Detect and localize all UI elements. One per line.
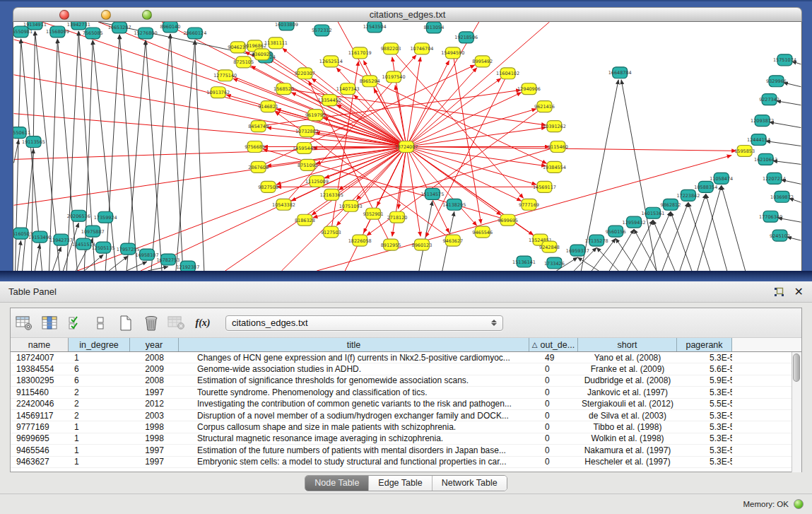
network-node[interactable]: 9127503: [321, 226, 341, 238]
network-node[interactable]: 13942737: [49, 234, 73, 245]
network-node[interactable]: 10391262: [543, 121, 566, 132]
network-node[interactable]: 19218506: [454, 32, 478, 43]
network-node[interactable]: 14595443: [293, 143, 316, 154]
cell-indegree[interactable]: 6: [69, 375, 130, 385]
network-node[interactable]: 10369872: [770, 191, 794, 202]
cell-pagerank[interactable]: 5.5E-5: [677, 399, 732, 409]
tab-node-table[interactable]: Node Table: [305, 476, 369, 491]
table-row[interactable]: 946362711997Embryonic stem cells: a mode…: [11, 457, 792, 468]
network-node[interactable]: 12163365: [320, 189, 343, 200]
network-node[interactable]: 11058474: [710, 173, 733, 184]
cell-name[interactable]: 22420046: [11, 399, 69, 409]
cell-title[interactable]: Changes of HCN gene expression and I(f) …: [179, 353, 529, 363]
table-row[interactable]: 2242004622012Investigating the contribut…: [11, 399, 792, 410]
network-node[interactable]: 12959432: [623, 216, 646, 228]
cell-indegree[interactable]: 1: [69, 353, 130, 363]
cell-year[interactable]: 2012: [130, 399, 179, 409]
cell-outde[interactable]: 0: [529, 433, 578, 443]
cell-short[interactable]: Franke et al. (2009): [578, 364, 677, 374]
network-node[interactable]: 9360925: [252, 49, 272, 60]
cell-name[interactable]: 14569117: [11, 411, 69, 421]
cell-title[interactable]: Structural magnetic resonance image aver…: [179, 433, 529, 443]
cell-outde[interactable]: 0: [529, 411, 578, 421]
network-node[interactable]: 9827508: [258, 181, 278, 192]
network-node[interactable]: 15134575: [420, 188, 444, 199]
network-window-titlebar[interactable]: citations_edges.txt: [13, 7, 802, 22]
network-node[interactable]: 12444154: [747, 134, 770, 146]
network-node[interactable]: 9242848: [539, 241, 560, 252]
network-node[interactable]: 15136141: [512, 256, 536, 267]
table-row[interactable]: 1938455462009Genome-wide association stu…: [11, 363, 792, 375]
cell-year[interactable]: 2003: [130, 411, 179, 421]
cell-name[interactable]: 9463627: [11, 457, 69, 467]
vertical-scrollbar[interactable]: [792, 352, 801, 472]
network-node[interactable]: 17223842: [676, 189, 700, 201]
network-node[interactable]: 8220307: [295, 68, 315, 79]
cell-short[interactable]: Hescheler et al. (1997): [578, 457, 677, 467]
network-node[interactable]: 1568520: [273, 83, 294, 95]
network-node[interactable]: 9621416: [534, 101, 555, 112]
cell-title[interactable]: Disruption of a novel member of a sodium…: [179, 411, 529, 421]
column-header-year[interactable]: year: [130, 338, 179, 351]
network-node[interactable]: 20660124: [183, 28, 206, 39]
network-node[interactable]: 19113565: [22, 136, 45, 148]
network-node[interactable]: 10588354: [694, 181, 717, 192]
network-node[interactable]: 12093872: [751, 115, 774, 127]
tab-network-table[interactable]: Network Table: [433, 476, 507, 491]
cell-pagerank[interactable]: 5.3E-5: [677, 457, 732, 467]
network-node[interactable]: 9560156: [606, 226, 626, 237]
network-node[interactable]: 12543504: [363, 22, 387, 33]
table-row[interactable]: 1830029562008Estimation of significance …: [11, 375, 792, 387]
cell-outde[interactable]: 0: [529, 457, 578, 467]
network-node[interactable]: 7565085: [83, 28, 103, 39]
cell-year[interactable]: 1997: [130, 387, 179, 397]
cell-indegree[interactable]: 6: [69, 364, 130, 374]
network-node[interactable]: 12207214: [763, 173, 786, 184]
network-node[interactable]: 15276800: [134, 28, 158, 39]
network-node[interactable]: 15494590: [441, 47, 464, 59]
cell-year[interactable]: 1998: [130, 433, 179, 443]
cell-name[interactable]: 9115460: [11, 387, 69, 397]
network-node[interactable]: 8965294: [360, 76, 380, 87]
cell-outde[interactable]: 49: [529, 353, 578, 363]
close-panel-icon[interactable]: ✕: [794, 286, 804, 298]
cell-short[interactable]: Wolkin et al. (1998): [578, 433, 677, 443]
table-settings-icon[interactable]: [14, 313, 33, 333]
network-node[interactable]: 9862812: [661, 199, 681, 210]
cell-name[interactable]: 9699695: [11, 433, 69, 443]
column-header-short[interactable]: short: [578, 338, 677, 351]
network-node[interactable]: 9699695: [498, 214, 518, 226]
cell-year[interactable]: 1997: [130, 457, 179, 467]
network-node[interactable]: 11604102: [496, 68, 519, 79]
network-node[interactable]: 9465546: [472, 226, 493, 238]
network-node[interactable]: 11617019: [348, 47, 372, 59]
network-node[interactable]: 9463627: [442, 235, 463, 246]
cell-short[interactable]: Nakamura et al. (1997): [578, 445, 677, 455]
network-node[interactable]: 16210643: [754, 153, 777, 165]
cell-year[interactable]: 2009: [130, 364, 179, 374]
network-node[interactable]: 14569117: [533, 181, 556, 192]
network-node[interactable]: 8912955: [381, 239, 401, 250]
network-node[interactable]: 8751092: [298, 159, 318, 170]
network-node[interactable]: 8995492: [472, 56, 493, 67]
cell-pagerank[interactable]: 5.3E-5: [677, 445, 732, 455]
function-builder-icon[interactable]: f(x): [192, 313, 213, 333]
memory-status-icon[interactable]: [794, 499, 804, 509]
network-node[interactable]: 16648784: [608, 67, 632, 78]
network-node[interactable]: 9227342: [759, 94, 779, 105]
select-all-rows-icon[interactable]: [65, 313, 84, 333]
cell-name[interactable]: 9777169: [11, 422, 69, 432]
scrollbar-thumb[interactable]: [793, 354, 800, 382]
cell-year[interactable]: 2008: [130, 375, 179, 385]
cell-pagerank[interactable]: 5.3E-5: [677, 422, 732, 432]
network-node[interactable]: 9619795: [305, 110, 326, 121]
network-node[interactable]: 9882203: [381, 43, 401, 54]
cell-indegree[interactable]: 2: [69, 399, 130, 409]
cell-title[interactable]: Genome-wide association studies in ADHD.: [179, 364, 529, 374]
network-node[interactable]: 16033809: [275, 22, 298, 30]
cell-indegree[interactable]: 1: [69, 457, 130, 467]
table-row[interactable]: 977716911998Corpus callosum shape and si…: [11, 421, 792, 433]
cell-pagerank[interactable]: 5.3E-5: [677, 433, 732, 443]
cell-name[interactable]: 9465546: [11, 445, 69, 455]
network-node[interactable]: 8186328: [295, 214, 315, 226]
